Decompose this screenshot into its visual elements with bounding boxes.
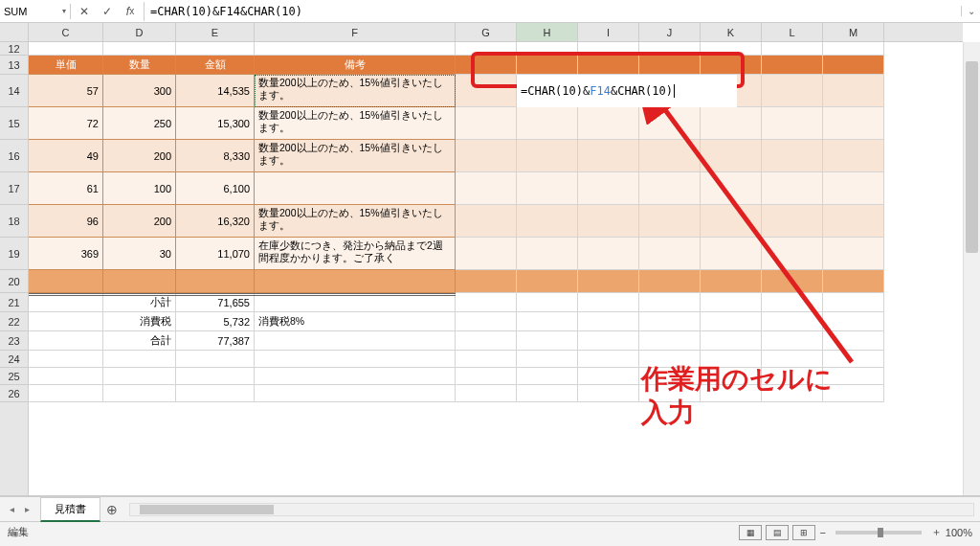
cell-K21[interactable] bbox=[701, 293, 762, 312]
cell-M21[interactable] bbox=[823, 293, 884, 312]
cell-L23[interactable] bbox=[762, 331, 823, 351]
cell-J12[interactable] bbox=[639, 42, 701, 56]
cell-C23[interactable] bbox=[29, 331, 103, 351]
cell-K15[interactable] bbox=[701, 107, 762, 140]
col-header-G[interactable]: G bbox=[456, 23, 517, 41]
cells-area[interactable]: 単価数量金額備考5730014,535数量200以上のため、15%値引きいたしま… bbox=[29, 42, 963, 495]
col-header-L[interactable]: L bbox=[762, 23, 823, 41]
cell-M18[interactable] bbox=[823, 205, 884, 238]
cell-L16[interactable] bbox=[762, 140, 823, 172]
fx-icon[interactable]: fx bbox=[119, 2, 142, 21]
cell-M22[interactable] bbox=[823, 312, 884, 331]
cell-H15[interactable] bbox=[517, 107, 578, 140]
cell-H18[interactable] bbox=[517, 205, 578, 238]
cell-K16[interactable] bbox=[701, 140, 762, 172]
cell-H26[interactable] bbox=[517, 385, 578, 402]
cell-H22[interactable] bbox=[517, 312, 578, 331]
cell-D13[interactable]: 数量 bbox=[103, 56, 176, 75]
row-header-24[interactable]: 24 bbox=[0, 351, 28, 368]
cell-I26[interactable] bbox=[578, 385, 639, 402]
col-header-I[interactable]: I bbox=[578, 23, 639, 41]
zoom-knob[interactable] bbox=[878, 528, 883, 537]
cell-J23[interactable] bbox=[639, 331, 701, 351]
zoom-in-button[interactable]: ＋ bbox=[931, 525, 942, 539]
cell-G14[interactable] bbox=[456, 75, 517, 107]
cell-L17[interactable] bbox=[762, 172, 823, 205]
cell-K19[interactable] bbox=[701, 238, 762, 270]
cell-H14[interactable] bbox=[517, 75, 578, 107]
cell-D20[interactable] bbox=[103, 270, 176, 293]
cell-M24[interactable] bbox=[823, 351, 884, 368]
cell-I20[interactable] bbox=[578, 270, 639, 293]
cell-E24[interactable] bbox=[176, 351, 255, 368]
cell-F14[interactable]: 数量200以上のため、15%値引きいたします。 bbox=[255, 75, 456, 107]
cell-I21[interactable] bbox=[578, 293, 639, 312]
cell-C13[interactable]: 単価 bbox=[29, 56, 103, 75]
cell-H16[interactable] bbox=[517, 140, 578, 172]
col-header-J[interactable]: J bbox=[639, 23, 701, 41]
cell-E18[interactable]: 16,320 bbox=[176, 205, 255, 238]
cell-G21[interactable] bbox=[456, 293, 517, 312]
cell-L19[interactable] bbox=[762, 238, 823, 270]
add-sheet-button[interactable]: ⊕ bbox=[100, 502, 123, 517]
cell-L25[interactable] bbox=[762, 368, 823, 385]
cell-H21[interactable] bbox=[517, 293, 578, 312]
cell-D16[interactable]: 200 bbox=[103, 140, 176, 172]
row-header-23[interactable]: 23 bbox=[0, 331, 28, 351]
cell-H24[interactable] bbox=[517, 351, 578, 368]
cell-J24[interactable] bbox=[639, 351, 701, 368]
cell-C18[interactable]: 96 bbox=[29, 205, 103, 238]
cell-C21[interactable] bbox=[29, 293, 103, 312]
cell-E12[interactable] bbox=[176, 42, 255, 56]
cell-G19[interactable] bbox=[456, 238, 517, 270]
cell-E14[interactable]: 14,535 bbox=[176, 75, 255, 107]
cell-E15[interactable]: 15,300 bbox=[176, 107, 255, 140]
cell-L24[interactable] bbox=[762, 351, 823, 368]
cell-D15[interactable]: 250 bbox=[103, 107, 176, 140]
cell-F15[interactable]: 数量200以上のため、15%値引きいたします。 bbox=[255, 107, 456, 140]
cell-E26[interactable] bbox=[176, 385, 255, 402]
cell-F12[interactable] bbox=[255, 42, 456, 56]
cell-I15[interactable] bbox=[578, 107, 639, 140]
cancel-formula-icon[interactable]: ✕ bbox=[73, 2, 96, 21]
expand-formula-bar-icon[interactable]: ⌄ bbox=[961, 6, 980, 16]
tab-nav[interactable]: ◂▸ bbox=[0, 504, 38, 514]
cell-H17[interactable] bbox=[517, 172, 578, 205]
cell-E20[interactable] bbox=[176, 270, 255, 293]
name-box[interactable]: SUM ▾ bbox=[0, 4, 71, 19]
row-header-14[interactable]: 14 bbox=[0, 75, 28, 107]
cell-G23[interactable] bbox=[456, 331, 517, 351]
cell-J13[interactable] bbox=[639, 56, 701, 75]
cell-M14[interactable] bbox=[823, 75, 884, 107]
cell-D18[interactable]: 200 bbox=[103, 205, 176, 238]
cell-I25[interactable] bbox=[578, 368, 639, 385]
col-header-E[interactable]: E bbox=[176, 23, 255, 41]
cell-D25[interactable] bbox=[103, 368, 176, 385]
cell-C16[interactable]: 49 bbox=[29, 140, 103, 172]
cell-G15[interactable] bbox=[456, 107, 517, 140]
cell-D24[interactable] bbox=[103, 351, 176, 368]
row-header-21[interactable]: 21 bbox=[0, 293, 28, 312]
cell-M17[interactable] bbox=[823, 172, 884, 205]
cell-I23[interactable] bbox=[578, 331, 639, 351]
cell-G18[interactable] bbox=[456, 205, 517, 238]
cell-F21[interactable] bbox=[255, 293, 456, 312]
cell-K26[interactable] bbox=[701, 385, 762, 402]
row-header-26[interactable]: 26 bbox=[0, 385, 28, 402]
cell-K17[interactable] bbox=[701, 172, 762, 205]
cell-C25[interactable] bbox=[29, 368, 103, 385]
cell-G24[interactable] bbox=[456, 351, 517, 368]
col-header-F[interactable]: F bbox=[255, 23, 456, 41]
cell-D21[interactable]: 小計 bbox=[103, 293, 176, 312]
cell-J16[interactable] bbox=[639, 140, 701, 172]
cell-M12[interactable] bbox=[823, 42, 884, 56]
cell-H20[interactable] bbox=[517, 270, 578, 293]
scroll-thumb[interactable] bbox=[966, 61, 978, 253]
col-header-K[interactable]: K bbox=[701, 23, 762, 41]
cell-H25[interactable] bbox=[517, 368, 578, 385]
cell-G25[interactable] bbox=[456, 368, 517, 385]
cell-M16[interactable] bbox=[823, 140, 884, 172]
vertical-scrollbar[interactable] bbox=[963, 42, 980, 495]
cell-C14[interactable]: 57 bbox=[29, 75, 103, 107]
cell-F26[interactable] bbox=[255, 385, 456, 402]
